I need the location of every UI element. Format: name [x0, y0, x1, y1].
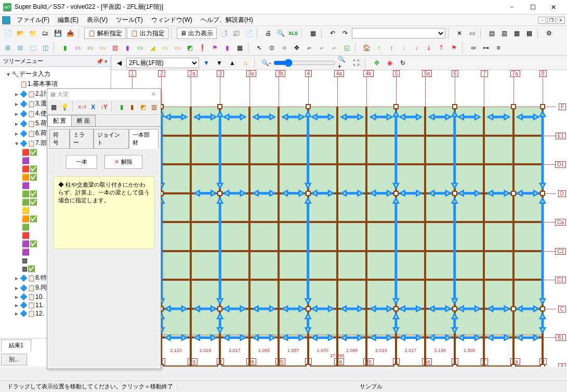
- rect-mag2-icon[interactable]: ▮: [221, 42, 233, 54]
- menu-file[interactable]: ファイル(F): [12, 15, 54, 25]
- pal-g3-icon[interactable]: ◩: [138, 101, 148, 113]
- red-up-icon[interactable]: ⤒: [436, 42, 447, 54]
- history-combo[interactable]: [352, 28, 445, 38]
- menu-window[interactable]: ウィンドウ(W): [147, 15, 196, 25]
- open3-icon[interactable]: 🗂: [39, 28, 51, 39]
- excl-icon[interactable]: ❗: [196, 42, 208, 54]
- flag-mag-icon[interactable]: ⚑: [209, 42, 220, 54]
- tree-item-1[interactable]: 📋 1.基本事項: [1, 79, 110, 89]
- corner4-icon[interactable]: ◱: [341, 42, 352, 54]
- rect-org-icon[interactable]: ▭: [97, 42, 108, 54]
- view-plan-icon[interactable]: ⊞: [2, 42, 14, 54]
- save-icon[interactable]: 💾: [52, 28, 63, 39]
- move-icon[interactable]: ✥: [291, 42, 302, 54]
- rect-org2-icon[interactable]: ▭: [172, 42, 183, 54]
- print-icon[interactable]: 🖨: [262, 28, 274, 39]
- cursor-icon[interactable]: ↖: [254, 42, 265, 54]
- flag-grn-icon[interactable]: ◩: [184, 42, 195, 54]
- maximize-button[interactable]: ☐: [522, 0, 543, 15]
- rotate-icon[interactable]: ↻: [397, 57, 408, 69]
- menu-view[interactable]: 表示(V): [83, 15, 112, 25]
- rect-yel-icon[interactable]: ◢: [147, 42, 158, 54]
- corner-icon[interactable]: ⌐: [304, 42, 315, 54]
- close-button[interactable]: ✕: [543, 0, 564, 15]
- rect-mag-icon[interactable]: ▭: [72, 42, 83, 54]
- palette-close-icon[interactable]: ✕: [149, 91, 157, 98]
- zoom-in-icon[interactable]: 🔍+: [337, 57, 349, 69]
- zoom-fit-icon[interactable]: ⛶: [350, 57, 362, 69]
- minimize-button[interactable]: －: [502, 0, 522, 15]
- pal-grid-icon[interactable]: ▦: [49, 101, 59, 113]
- view-elev-icon[interactable]: ⊟: [15, 42, 26, 54]
- drawing-canvas[interactable]: 11222a2a333a3a3b3b444a4a4b4b555a5a66777a…: [111, 70, 567, 367]
- view-persp-icon[interactable]: ◫: [39, 42, 51, 54]
- zoom-slider[interactable]: [273, 59, 336, 67]
- tree-close-icon[interactable]: ×: [104, 58, 108, 64]
- flag-red-icon[interactable]: ⚑: [448, 42, 459, 54]
- red-dn-icon[interactable]: ↓: [411, 42, 422, 54]
- beam-palette[interactable]: ▦ 大梁✕ ▦ 💡 X↕Y X ↕Y ▮ ▮ ◩ ▥ 配 置 断 面 符 号 ミ…: [47, 88, 161, 369]
- pin-icon[interactable]: 📌: [96, 58, 102, 64]
- win3-icon[interactable]: ▦: [511, 28, 522, 39]
- mdi-minimize[interactable]: -: [538, 17, 546, 24]
- single-button[interactable]: 一本: [66, 155, 97, 169]
- mdi-restore[interactable]: ❐: [547, 17, 556, 24]
- win2-icon[interactable]: ▥: [498, 28, 510, 39]
- doc3-icon[interactable]: 📄: [243, 28, 254, 39]
- palette-tab-layout[interactable]: 配 置: [47, 115, 72, 126]
- pal-g1-icon[interactable]: ▮: [117, 101, 127, 113]
- pal-g4-icon[interactable]: ▥: [149, 101, 159, 113]
- new-icon[interactable]: 📄: [2, 28, 14, 39]
- dn-icon[interactable]: ↓: [398, 42, 410, 54]
- link3-icon[interactable]: ≡: [493, 42, 504, 54]
- center-icon[interactable]: ◉: [384, 57, 395, 69]
- corner3-icon[interactable]: ⌐: [328, 42, 340, 54]
- alt-tab[interactable]: 別...: [1, 354, 27, 365]
- up-icon[interactable]: ↑: [373, 42, 385, 54]
- sel-icon[interactable]: ▭: [466, 28, 478, 39]
- output-view-button[interactable]: 🖥出力表示: [177, 28, 217, 39]
- rect-green-icon[interactable]: ▮: [59, 42, 71, 54]
- floor-up-icon[interactable]: ▲: [227, 57, 238, 69]
- menu-help[interactable]: ヘルプ、解説書(H): [196, 15, 257, 25]
- pan-icon[interactable]: ✥: [371, 57, 383, 69]
- pal-xy-icon[interactable]: X↕Y: [77, 101, 87, 113]
- mdi-close[interactable]: ×: [557, 17, 565, 24]
- circle-icon[interactable]: ○: [279, 42, 290, 54]
- rect-grnb-icon[interactable]: ▭: [134, 42, 146, 54]
- red-dn2-icon[interactable]: ⤓: [423, 42, 434, 54]
- output-settings-button[interactable]: 📋出力指定: [127, 28, 168, 39]
- rect-yel2-icon[interactable]: ▭: [159, 42, 170, 54]
- link-icon[interactable]: ∞: [468, 42, 479, 54]
- palette-tab-section[interactable]: 断 面: [71, 115, 96, 126]
- pal-x-icon[interactable]: X: [88, 101, 98, 113]
- home-icon[interactable]: 🏠: [361, 42, 372, 54]
- win4-icon[interactable]: ▩: [523, 28, 535, 39]
- grid-icon[interactable]: ▦: [234, 42, 245, 54]
- floor-home-icon[interactable]: ⌂: [240, 57, 251, 69]
- floor-prev-icon[interactable]: ◀: [113, 57, 125, 69]
- palette-subtab-mirror[interactable]: ミラー: [70, 129, 94, 149]
- redo-icon[interactable]: ↷: [339, 28, 351, 39]
- snap-icon[interactable]: ⊙: [266, 42, 278, 54]
- result-tab[interactable]: 結果1: [1, 339, 31, 351]
- open2-icon[interactable]: 📁: [27, 28, 38, 39]
- win1-icon[interactable]: ▤: [486, 28, 497, 39]
- pal-g2-icon[interactable]: ▮: [127, 101, 137, 113]
- open-icon[interactable]: 📂: [15, 28, 26, 39]
- export-icon[interactable]: 📤: [64, 28, 76, 39]
- view-3d-icon[interactable]: ⬚: [27, 42, 38, 54]
- palette-subtab-joint[interactable]: ジョイント: [94, 129, 129, 149]
- mid-icon[interactable]: ↕: [386, 42, 397, 54]
- xls-icon[interactable]: XLS: [287, 28, 299, 39]
- link2-icon[interactable]: ⊶: [480, 42, 492, 54]
- floor-down-icon[interactable]: ▼: [214, 57, 225, 69]
- floor-filter-icon[interactable]: ▼: [201, 57, 212, 69]
- menu-tool[interactable]: ツール(T): [112, 15, 147, 25]
- undo-icon[interactable]: ↶: [327, 28, 338, 39]
- doc2-icon[interactable]: 📰: [230, 28, 242, 39]
- tree-root[interactable]: ▾🔧 データ入力: [1, 69, 110, 79]
- menu-edit[interactable]: 編集(E): [54, 15, 83, 25]
- pal-y-icon[interactable]: ↕Y: [99, 101, 109, 113]
- del-icon[interactable]: ✕: [454, 28, 465, 39]
